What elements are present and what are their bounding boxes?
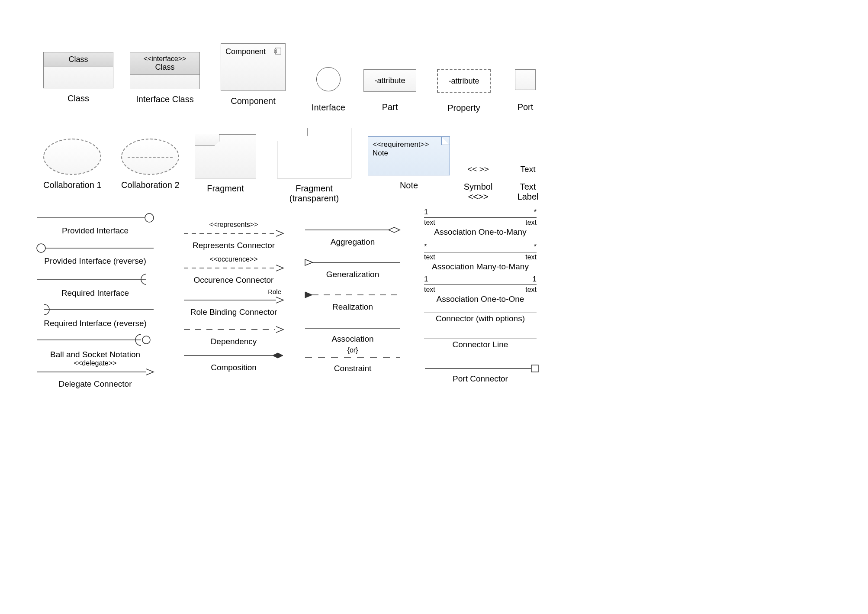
association-connector: Association bbox=[303, 325, 402, 344]
component-caption: Component bbox=[231, 96, 275, 106]
part-shape: -attribute Part bbox=[363, 69, 416, 112]
ball-socket-connector: Ball and Socket Notation bbox=[35, 333, 156, 359]
represents-connector: <<represents>> Represents Connector bbox=[182, 221, 286, 250]
interface-class-shape: <<interface>> Class Interface Class bbox=[130, 52, 200, 104]
svg-point-10 bbox=[142, 336, 150, 344]
fragment-transparent-box bbox=[277, 128, 351, 178]
required-interface-icon bbox=[35, 273, 156, 286]
occurence-connector: <<occurence>> Occurence Connector bbox=[182, 255, 286, 285]
required-interface-label: Required Interface bbox=[35, 288, 156, 298]
note-stereotype: <<requirement>> bbox=[373, 140, 445, 149]
constraint-icon bbox=[303, 354, 402, 361]
constraint-label: Constraint bbox=[303, 364, 402, 373]
svg-rect-0 bbox=[276, 48, 281, 54]
connector-options-label: Connector (with options) bbox=[424, 314, 537, 323]
required-interface-reverse-connector: Required Interface (reverse) bbox=[35, 303, 156, 328]
svg-rect-1 bbox=[274, 49, 276, 51]
collaboration1-icon bbox=[43, 139, 101, 175]
delegate-label: Delegate Connector bbox=[35, 379, 156, 389]
generalization-connector: Generalization bbox=[303, 258, 402, 279]
composition-icon bbox=[182, 351, 286, 360]
textlabel-text: Text bbox=[521, 165, 536, 174]
provided-interface-label: Provided Interface bbox=[35, 226, 156, 236]
assoc-mm-label: Association Many-to-Many bbox=[424, 262, 537, 271]
svg-point-5 bbox=[37, 244, 45, 252]
port-caption: Port bbox=[518, 102, 534, 112]
symbol-shape: << >> Symbol <<>> bbox=[459, 165, 498, 202]
required-interface-connector: Required Interface bbox=[35, 273, 156, 298]
represents-icon bbox=[182, 229, 286, 238]
association-label: Association bbox=[303, 334, 402, 344]
role-binding-label: Role Binding Connector bbox=[182, 307, 286, 317]
dependency-icon bbox=[182, 325, 286, 334]
part-box: -attribute bbox=[363, 69, 416, 92]
generalization-icon bbox=[303, 258, 402, 267]
note-box: <<requirement>> Note bbox=[368, 136, 450, 175]
component-box: Component bbox=[221, 43, 286, 91]
uml-stencil-canvas: Class Class <<interface>> Class Interfac… bbox=[35, 26, 833, 589]
collaboration2-shape: Collaboration 2 bbox=[121, 139, 180, 190]
assoc-many-to-many: ** texttext Association Many-to-Many bbox=[424, 242, 537, 271]
dependency-label: Dependency bbox=[182, 337, 286, 346]
svg-rect-2 bbox=[274, 52, 276, 53]
interface-class-box: <<interface>> Class bbox=[130, 52, 200, 89]
component-title: Component bbox=[225, 47, 266, 56]
interface-class-caption: Interface Class bbox=[136, 94, 193, 104]
collaboration1-caption: Collaboration 1 bbox=[43, 180, 102, 190]
assoc-11-label: Association One-to-One bbox=[424, 294, 537, 304]
provided-interface-reverse-label: Provided Interface (reverse) bbox=[35, 256, 156, 266]
textlabel-caption: Text Label bbox=[518, 182, 539, 202]
required-interface-reverse-label: Required Interface (reverse) bbox=[35, 319, 156, 328]
aggregation-icon bbox=[303, 225, 402, 235]
assoc-1m-label: Association One-to-Many bbox=[424, 227, 537, 237]
represents-label: Represents Connector bbox=[182, 241, 286, 250]
interface-class-title: Class bbox=[132, 63, 198, 72]
property-caption: Property bbox=[447, 103, 480, 113]
provided-interface-icon bbox=[35, 212, 156, 223]
collaboration1-shape: Collaboration 1 bbox=[43, 139, 102, 190]
generalization-label: Generalization bbox=[303, 270, 402, 279]
aggregation-label: Aggregation bbox=[303, 237, 402, 247]
connector-line: Connector Line bbox=[424, 338, 537, 349]
fragment-shape: Fragment bbox=[195, 134, 256, 194]
property-box: -attribute bbox=[437, 69, 491, 93]
symbol-text: << >> bbox=[467, 165, 489, 174]
ball-socket-label: Ball and Socket Notation bbox=[35, 350, 156, 359]
textlabel-shape: Text Text Label bbox=[511, 165, 545, 202]
interface-caption: Interface bbox=[312, 103, 345, 113]
delegate-connector: <<delegate>> Delegate Connector bbox=[35, 359, 156, 389]
role-binding-icon bbox=[182, 295, 286, 305]
association-icon bbox=[303, 325, 402, 332]
interface-icon bbox=[316, 67, 341, 91]
svg-rect-23 bbox=[531, 365, 538, 372]
collaboration2-caption: Collaboration 2 bbox=[121, 180, 180, 190]
note-shape: <<requirement>> Note Note bbox=[368, 136, 450, 191]
connector-options: Connector (with options) bbox=[424, 312, 537, 323]
component-icon bbox=[274, 47, 282, 55]
class-caption: Class bbox=[68, 94, 89, 103]
component-shape: Component Component bbox=[221, 43, 286, 106]
composition-connector: Composition bbox=[182, 351, 286, 372]
collaboration2-icon bbox=[121, 139, 179, 175]
svg-point-4 bbox=[145, 213, 154, 222]
port-connector: Port Connector bbox=[424, 364, 537, 384]
part-caption: Part bbox=[382, 102, 398, 112]
role-text: Role bbox=[182, 288, 286, 295]
composition-label: Composition bbox=[182, 363, 286, 372]
fragment-caption: Fragment bbox=[207, 184, 244, 194]
occurence-stereotype: <<occurence>> bbox=[182, 255, 286, 263]
class-title: Class bbox=[44, 52, 113, 67]
realization-icon bbox=[303, 290, 402, 300]
connector-line-label: Connector Line bbox=[424, 340, 537, 349]
port-box bbox=[515, 69, 536, 90]
provided-interface-reverse-connector: Provided Interface (reverse) bbox=[35, 242, 156, 266]
constraint-text: {or} bbox=[303, 346, 402, 354]
role-binding-connector: Role Role Binding Connector bbox=[182, 288, 286, 317]
assoc-one-to-one: 11 texttext Association One-to-One bbox=[424, 275, 537, 304]
dependency-connector: Dependency bbox=[182, 325, 286, 346]
port-connector-icon bbox=[424, 364, 541, 373]
occurence-icon bbox=[182, 263, 286, 273]
class-shape: Class Class bbox=[43, 52, 113, 103]
symbol-caption: Symbol <<>> bbox=[464, 182, 493, 202]
represents-stereotype: <<represents>> bbox=[182, 221, 286, 229]
